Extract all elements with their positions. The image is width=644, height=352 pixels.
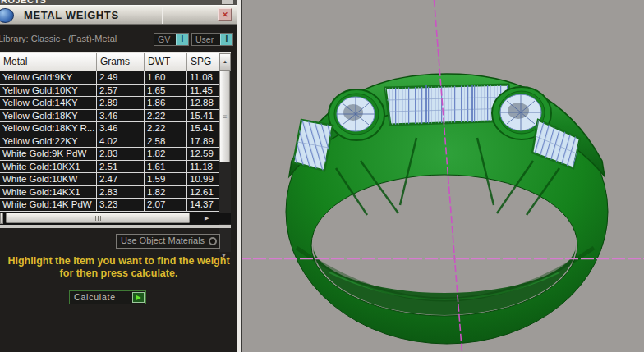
instruction-line1: Highlight the item you want to find the … xyxy=(0,255,237,267)
table-row[interactable]: Yellow Gold:18KY 3.46 2.22 15.41 xyxy=(0,110,231,123)
column-header-grams[interactable]: Grams xyxy=(97,53,145,71)
radio-circle-icon xyxy=(209,237,217,245)
cell-dwt: 2.58 xyxy=(145,135,187,149)
panel-title: METAL WEIGHTS xyxy=(24,9,119,21)
ring-3d-model xyxy=(237,0,644,352)
scroll-up-button[interactable]: ▲ xyxy=(219,53,231,71)
column-header-dwt[interactable]: DWT xyxy=(145,53,187,71)
cell-metal: White Gold:10KW xyxy=(0,173,97,186)
cell-metal: Yellow Gold:14KY xyxy=(0,97,97,110)
horizontal-scroll-thumb[interactable] xyxy=(6,213,190,223)
close-button[interactable]: ✕ xyxy=(218,8,232,21)
viewport-3d[interactable] xyxy=(237,0,644,352)
scroll-left-button[interactable] xyxy=(0,213,3,224)
gv-label: GV xyxy=(154,34,176,45)
shoulder-strip-left xyxy=(293,120,333,171)
scroll-right-icon[interactable]: ▶ xyxy=(205,215,209,222)
metal-weights-panel: ROJECTS METAL WEIGHTS ✕ Library: Classic… xyxy=(0,0,237,352)
table-row[interactable]: Yellow Gold:10KY 2.57 1.65 11.45 xyxy=(0,85,231,98)
cell-grams: 3.46 xyxy=(97,110,145,123)
cell-dwt: 1.86 xyxy=(145,97,187,110)
table-row[interactable]: White Gold:14KX1 2.83 1.82 12.61 xyxy=(0,186,231,199)
cell-metal: Yellow Gold:9KY xyxy=(0,71,97,85)
cell-grams: 2.47 xyxy=(97,173,145,186)
cell-metal: White Gold:14KX1 xyxy=(0,186,97,199)
table-bottom-frame xyxy=(0,225,231,228)
user-toggle-button[interactable]: User I xyxy=(191,33,233,46)
cell-grams: 2.89 xyxy=(97,97,145,110)
cell-grams: 3.23 xyxy=(97,199,145,212)
vertical-scroll-thumb[interactable]: ≡ xyxy=(219,71,230,162)
scrollbar-grip xyxy=(98,216,99,221)
cell-metal: White Gold:9K PdW xyxy=(0,148,97,161)
table-row[interactable]: Yellow Gold:22KY 4.02 2.58 17.89 xyxy=(0,135,231,149)
user-indicator: I xyxy=(220,34,232,45)
cell-dwt: 1.60 xyxy=(145,71,187,85)
cell-grams: 2.83 xyxy=(97,186,145,199)
metals-table: Metal Grams DWT SPG Yellow Gold:9KY 2.49… xyxy=(0,52,231,227)
table-row[interactable]: White Gold:10KX1 2.51 1.61 11.18 xyxy=(0,161,231,174)
app-window: ROJECTS METAL WEIGHTS ✕ Library: Classic… xyxy=(0,0,644,352)
cell-grams: 2.83 xyxy=(97,148,145,161)
table-row[interactable]: Yellow Gold:18KY R... 3.46 2.22 15.41 xyxy=(0,122,231,135)
scrollbar-grip xyxy=(95,216,96,221)
vertical-scrollbar[interactable]: ▲ ≡ ▼ xyxy=(219,53,231,263)
gv-indicator: I xyxy=(176,34,188,45)
calculate-arrow-icon: ▶ xyxy=(132,292,145,303)
cell-metal: Yellow Gold:18KY R... xyxy=(0,122,97,135)
cell-grams: 2.57 xyxy=(97,85,145,98)
table-header-row: Metal Grams DWT SPG xyxy=(0,53,231,71)
calculate-label: Calculate xyxy=(74,292,116,302)
cell-dwt: 2.22 xyxy=(145,122,187,135)
background-window-button-fragment xyxy=(222,0,233,4)
cell-metal: Yellow Gold:22KY xyxy=(0,135,97,149)
scrollbar-grip xyxy=(100,216,101,221)
table-row[interactable]: White Gold:10KW 2.47 1.59 10.99 xyxy=(0,173,231,186)
instruction-line2: for then press calculate. xyxy=(0,267,237,280)
use-object-materials-label: Use Object Materials xyxy=(121,235,205,245)
cell-dwt: 1.59 xyxy=(145,173,187,186)
instruction-text: Highlight the item you want to find the … xyxy=(0,255,237,279)
cell-grams: 3.46 xyxy=(97,122,145,135)
cell-dwt: 1.61 xyxy=(145,161,187,174)
panel-titlebar[interactable]: METAL WEIGHTS ✕ xyxy=(0,5,237,25)
table-body: Yellow Gold:9KY 2.49 1.60 11.08 Yellow G… xyxy=(0,71,231,212)
close-icon: ✕ xyxy=(222,11,228,19)
horizontal-scrollbar[interactable]: ▶ xyxy=(0,213,231,224)
cell-grams: 2.51 xyxy=(97,161,145,174)
table-row[interactable]: Yellow Gold:14KY 2.89 1.86 12.88 xyxy=(0,97,231,110)
column-header-metal[interactable]: Metal xyxy=(0,53,97,71)
table-row[interactable]: White Gold:14K PdW 3.23 2.07 14.37 xyxy=(0,199,231,212)
gem-icon xyxy=(0,8,14,23)
cell-dwt: 1.65 xyxy=(145,85,187,98)
cell-metal: White Gold:14K PdW xyxy=(0,199,97,212)
calculate-button[interactable]: Calculate ▶ xyxy=(69,290,146,304)
cell-metal: Yellow Gold:18KY xyxy=(0,110,97,123)
use-object-materials-toggle[interactable]: Use Object Materials xyxy=(116,234,220,249)
cell-dwt: 2.07 xyxy=(145,199,187,212)
cell-grams: 4.02 xyxy=(97,135,145,149)
cell-dwt: 1.82 xyxy=(145,186,187,199)
panel-viewport-divider xyxy=(237,0,242,352)
round-gem-left xyxy=(329,89,384,140)
cell-grams: 2.49 xyxy=(97,71,145,85)
library-label: Library: Classic - (Fast)-Metal xyxy=(0,34,117,43)
cell-dwt: 2.22 xyxy=(145,110,187,123)
scroll-up-icon: ▲ xyxy=(223,59,228,64)
table-row[interactable]: White Gold:9K PdW 2.83 1.82 12.59 xyxy=(0,148,231,161)
scrollbar-grip-icon: ≡ xyxy=(223,114,227,119)
table-row[interactable]: Yellow Gold:9KY 2.49 1.60 11.08 xyxy=(0,71,231,85)
user-label: User xyxy=(192,34,220,45)
cell-dwt: 1.82 xyxy=(145,148,187,161)
titlebar-divider xyxy=(162,7,163,24)
gv-toggle-button[interactable]: GV I xyxy=(154,33,189,46)
cell-metal: White Gold:10KX1 xyxy=(0,161,97,174)
cell-metal: Yellow Gold:10KY xyxy=(0,85,97,98)
